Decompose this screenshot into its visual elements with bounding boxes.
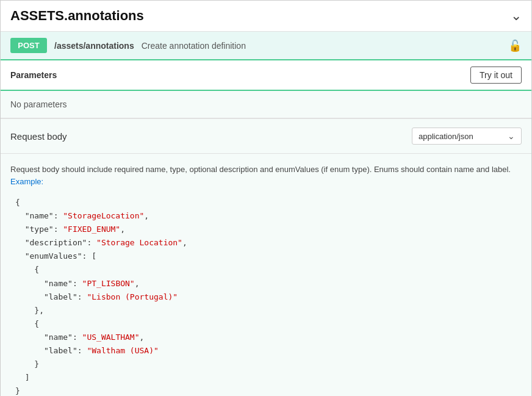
request-body-header: Request body application/json ⌄ <box>1 119 531 154</box>
code-example: { "name": "StorageLocation", "type": "FI… <box>1 193 531 396</box>
main-container: ASSETS.annotations ⌄ POST /assets/annota… <box>0 0 532 396</box>
dropdown-arrow-icon: ⌄ <box>508 131 515 141</box>
chevron-down-icon[interactable]: ⌄ <box>511 8 522 24</box>
parameters-label: Parameters <box>10 70 57 80</box>
section-title: ASSETS.annotations <box>10 8 144 24</box>
endpoint-path: /assets/annotations <box>54 41 134 51</box>
endpoint-row: POST /assets/annotations Create annotati… <box>1 32 531 60</box>
parameters-section: Parameters Try it out No parameters <box>1 60 531 118</box>
lock-icon: 🔓 <box>508 39 522 52</box>
no-parameters-message: No parameters <box>1 91 531 118</box>
section-header: ASSETS.annotations ⌄ <box>1 1 531 32</box>
method-badge: POST <box>10 38 47 53</box>
example-link[interactable]: Example: <box>10 177 43 186</box>
description-block: Request body should include required nam… <box>1 154 531 193</box>
content-type-dropdown[interactable]: application/json ⌄ <box>412 128 522 145</box>
request-body-section: Request body application/json ⌄ Request … <box>1 118 531 396</box>
parameters-header: Parameters Try it out <box>1 60 531 91</box>
description-text: Request body should include required nam… <box>10 165 511 174</box>
try-it-out-button[interactable]: Try it out <box>470 67 522 84</box>
request-body-label: Request body <box>10 131 67 142</box>
content-type-value: application/json <box>419 132 473 141</box>
endpoint-description: Create annotation definition <box>142 41 246 51</box>
